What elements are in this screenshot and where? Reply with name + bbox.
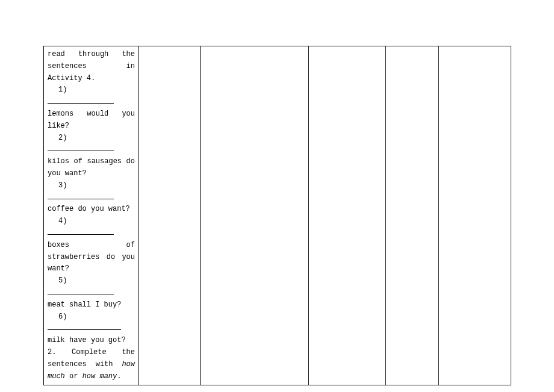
footer-mid: or — [65, 372, 82, 381]
blank-line — [48, 287, 114, 294]
item-text: boxes of strawberries do you want? — [48, 241, 135, 273]
cell-2 — [139, 46, 201, 385]
cell-5 — [386, 46, 439, 385]
item-text: meat shall I buy? — [48, 300, 121, 309]
item-text: milk have you got? — [48, 336, 126, 344]
item-num: 1) — [48, 84, 135, 96]
cell-3 — [201, 46, 309, 385]
item-num: 3) — [48, 180, 135, 192]
page-container: read through the sentences in Activity 4… — [0, 0, 554, 392]
blank-line — [48, 145, 114, 152]
cell-1-content: read through the sentences in Activity 4… — [48, 49, 135, 382]
blank-line — [48, 323, 121, 331]
blank-line — [48, 96, 114, 104]
blank-line — [48, 228, 114, 235]
table-row: read through the sentences in Activity 4… — [44, 46, 511, 385]
item-text: coffee do you want? — [48, 205, 130, 213]
item-text: lemons would you like? — [48, 110, 135, 130]
blank-line — [48, 192, 114, 199]
item-num: 4) — [48, 216, 135, 228]
footer-end: . — [117, 372, 121, 381]
cell-6 — [439, 46, 511, 385]
cell-4 — [309, 46, 386, 385]
intro-line: read through the sentences in Activity 4… — [48, 50, 135, 82]
item-num: 6) — [48, 311, 135, 323]
worksheet-table: read through the sentences in Activity 4… — [43, 46, 511, 385]
footer-italic-2: how many — [82, 372, 117, 381]
item-text: kilos of sausages do you want? — [48, 157, 135, 178]
item-num: 2) — [48, 132, 135, 145]
item-num: 5) — [48, 275, 135, 287]
cell-1: read through the sentences in Activity 4… — [44, 46, 139, 385]
